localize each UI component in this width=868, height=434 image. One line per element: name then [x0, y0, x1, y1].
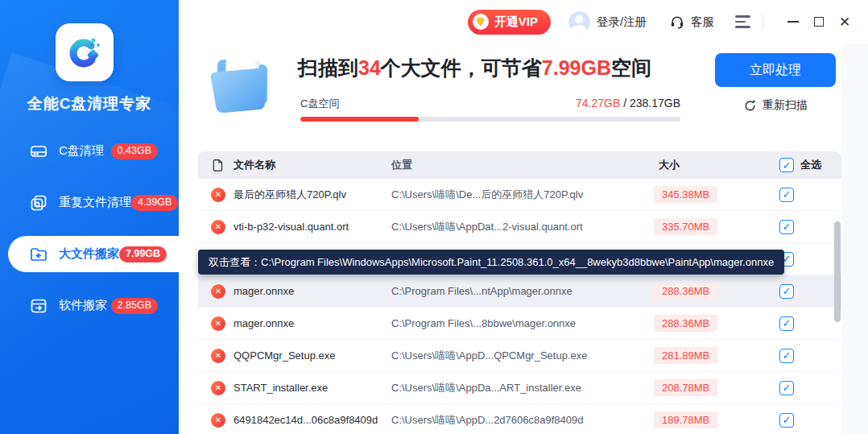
file-size-badge: 345.38MB	[654, 186, 717, 203]
file-size-badge: 335.70MB	[654, 218, 717, 235]
disk-used: 74.27GB	[576, 97, 620, 110]
table-row[interactable]: ✕ 最后的巫师猎人720P.qlv C:\Users\喵喵\De...后的巫师猎…	[198, 179, 841, 211]
row-checkbox[interactable]: ✓	[779, 381, 794, 395]
headset-icon	[669, 14, 685, 30]
maximize-icon	[814, 17, 824, 27]
file-name: QQPCMgr_Setup.exe	[234, 349, 391, 362]
size-badge: 2.85GB	[111, 298, 158, 314]
size-badge: 7.99GB	[119, 246, 167, 262]
folder-illustration	[205, 45, 277, 122]
title-text: 空间	[611, 56, 651, 79]
c-cleaner-logo-icon	[65, 33, 104, 72]
remove-file-icon[interactable]: ✕	[211, 316, 225, 331]
file-name: 6491842ec14d...06c8a9f8409d	[234, 414, 391, 426]
column-header-size: 大小	[636, 158, 779, 172]
file-path: C:\Users\喵喵\AppDat...2-visual.quant.ort	[391, 220, 636, 234]
disk-progress-fill	[300, 117, 419, 122]
remove-file-icon[interactable]: ✕	[211, 220, 225, 234]
file-icon	[211, 158, 225, 172]
row-checkbox[interactable]: ✓	[779, 188, 794, 202]
folder-move-icon	[29, 245, 48, 264]
column-header-location: 位置	[391, 158, 636, 172]
file-name: mager.onnxe	[234, 285, 391, 297]
rescan-label: 重新扫描	[763, 98, 808, 113]
sidebar-item-big-file-move[interactable]: 大文件搬家 7.99GB	[8, 236, 179, 272]
file-size-badge: 208.78MB	[654, 379, 717, 396]
table-header-row: 文件名称 位置 大小 ✓ 全选	[198, 151, 841, 179]
table-row[interactable]: ✕ mager.onnxe C:\Program Files\...8bbwe\…	[198, 308, 841, 340]
file-size-badge: 288.36MB	[654, 283, 717, 300]
row-checkbox[interactable]: ✓	[779, 349, 794, 363]
titlebar: 开通VIP 登录/注册 客服 ✕	[179, 0, 868, 43]
table-row[interactable]: ✕ QQPCMgr_Setup.exe C:\Users\喵喵\AppD...Q…	[198, 340, 841, 372]
remove-file-icon[interactable]: ✕	[211, 349, 225, 363]
table-row[interactable]: ✕ 6491842ec14d...06c8a9f8409d C:\Users\喵…	[198, 404, 841, 434]
size-badge: 0.43GB	[111, 143, 158, 159]
file-path: C:\Users\喵喵\De...后的巫师猎人720P.qlv	[391, 188, 636, 202]
scan-result-title: 扫描到34个大文件，可节省7.99GB空间	[298, 55, 651, 81]
table-row[interactable]: ✕ vti-b-p32-visual.quant.ort C:\Users\喵喵…	[198, 211, 841, 243]
file-path: C:\Users\喵喵\AppD...2d7606c8a9f8409d	[391, 413, 636, 428]
title-text: 个大文件，可节省	[381, 56, 542, 79]
avatar[interactable]	[568, 11, 590, 33]
menu-icon[interactable]	[735, 15, 751, 28]
title-text: 扫描到	[298, 56, 358, 79]
row-checkbox[interactable]: ✓	[779, 316, 794, 331]
table-scrollbar-thumb[interactable]	[834, 221, 841, 322]
file-size-badge: 288.36MB	[654, 315, 717, 332]
file-name: 最后的巫师猎人720P.qlv	[234, 188, 391, 202]
file-path: C:\Users\喵喵\AppDa...ART_installer.exe	[391, 381, 636, 395]
disk-total: 238.17GB	[630, 97, 680, 110]
customer-support-button[interactable]: 客服	[669, 14, 714, 30]
open-vip-button[interactable]: 开通VIP	[468, 10, 551, 35]
file-path: C:\Program Files\...ntApp\mager.onnxe	[391, 285, 636, 297]
disk-progress-bar	[300, 117, 680, 122]
file-count: 34	[358, 56, 381, 79]
app-move-icon	[29, 296, 48, 316]
right-margin	[841, 43, 868, 434]
table-row[interactable]: ✕ START_installer.exe C:\Users\喵喵\AppDa.…	[198, 372, 841, 404]
column-header-name: 文件名称	[234, 158, 391, 172]
disk-usage-values: 74.27GB / 238.17GB	[576, 97, 680, 110]
row-checkbox[interactable]: ✓	[779, 220, 794, 234]
minimize-button[interactable]	[784, 13, 802, 31]
remove-file-icon[interactable]: ✕	[211, 413, 225, 428]
main-area: 开通VIP 登录/注册 客服 ✕	[179, 0, 868, 434]
row-checkbox[interactable]: ✓	[779, 413, 794, 428]
row-checkbox[interactable]: ✓	[779, 284, 794, 299]
avatar-head	[575, 15, 583, 23]
sidebar-item-label: 大文件搬家	[59, 246, 119, 262]
titlebar-divider	[763, 14, 763, 29]
sidebar-item-duplicate-clean[interactable]: 重复文件清理 4.39GB	[0, 184, 179, 221]
close-button[interactable]: ✕	[836, 13, 854, 31]
rescan-button[interactable]: 重新扫描	[715, 98, 836, 113]
login-register-link[interactable]: 登录/注册	[597, 14, 647, 30]
remove-file-icon[interactable]: ✕	[211, 188, 225, 202]
remove-file-icon[interactable]: ✕	[211, 381, 225, 395]
app-logo	[56, 23, 114, 81]
refresh-icon	[743, 99, 757, 113]
sidebar-item-label: 软件搬家	[59, 298, 107, 313]
saving-size: 7.99GB	[542, 56, 611, 79]
file-name: mager.onnxe	[234, 317, 391, 329]
open-vip-label: 开通VIP	[494, 14, 538, 30]
file-name: vti-b-p32-visual.quant.ort	[234, 221, 391, 233]
disk-separator: /	[620, 97, 630, 110]
remove-file-icon[interactable]: ✕	[211, 284, 225, 299]
disk-label: C盘空间	[300, 97, 339, 111]
table-row[interactable]: ✕ mager.onnxe C:\Program Files\...ntApp\…	[198, 275, 841, 308]
select-all-checkbox[interactable]: ✓	[779, 158, 794, 172]
sidebar: 全能C盘清理专家 C盘清理 0.43GB 重复文件清理 4.39GB	[0, 0, 179, 434]
maximize-button[interactable]	[810, 13, 828, 31]
avatar-body	[571, 25, 587, 33]
size-badge: 4.39GB	[131, 195, 178, 211]
disk-usage-row: C盘空间 74.27GB / 238.17GB	[300, 97, 680, 111]
select-all-label: 全选	[800, 158, 821, 172]
process-now-button[interactable]: 立即处理	[715, 53, 836, 87]
vip-gem-icon	[473, 14, 489, 30]
minimize-icon	[787, 21, 799, 23]
large-files-table: 文件名称 位置 大小 ✓ 全选 ✕ 最后的巫师猎人720P.qlv C:\Use…	[198, 151, 841, 434]
sidebar-item-c-drive-clean[interactable]: C盘清理 0.43GB	[0, 133, 179, 169]
table-body: ✕ 最后的巫师猎人720P.qlv C:\Users\喵喵\De...后的巫师猎…	[198, 179, 841, 434]
sidebar-item-software-move[interactable]: 软件搬家 2.85GB	[0, 287, 179, 324]
